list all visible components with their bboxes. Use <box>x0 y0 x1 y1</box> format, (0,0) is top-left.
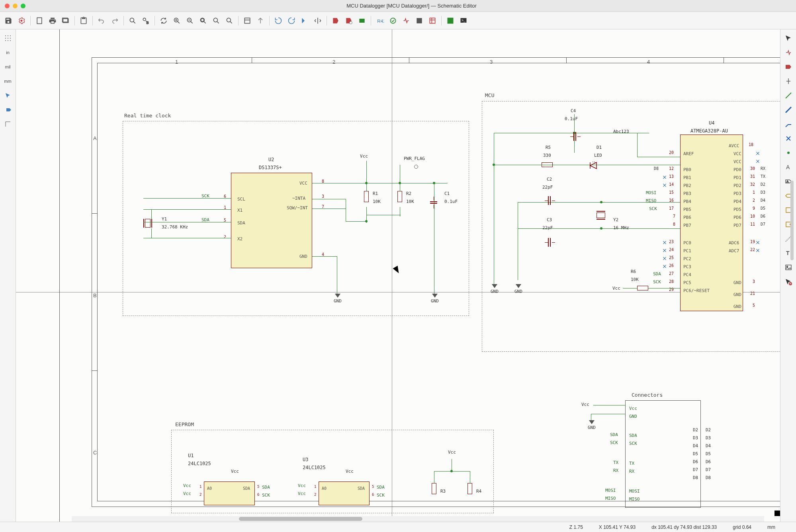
svg-rect-13 <box>244 18 250 23</box>
svg-point-29 <box>5 38 6 39</box>
scripting-icon[interactable]: >_ <box>458 15 469 27</box>
assign-footprints-icon[interactable] <box>413 15 425 27</box>
undo-icon[interactable] <box>96 15 108 27</box>
add-symbol-icon[interactable] <box>782 60 795 73</box>
resistor-r1[interactable] <box>364 191 369 202</box>
refresh-icon[interactable] <box>158 15 170 27</box>
unit-mm[interactable]: mm <box>2 75 14 88</box>
grid-toggle-icon[interactable] <box>2 32 14 45</box>
select-tool-icon[interactable] <box>782 32 795 45</box>
crystal-y1[interactable] <box>143 219 153 228</box>
cursor-shape-icon[interactable] <box>2 89 14 102</box>
right-toolbar: A A T <box>780 29 796 522</box>
left-toolbar: in mil mm <box>0 29 16 522</box>
chip-u3[interactable] <box>319 481 370 505</box>
bom-icon[interactable] <box>426 15 438 27</box>
eeprom-block-title: EEPROM <box>175 421 194 427</box>
resistor-r6[interactable] <box>637 286 648 290</box>
window-title: MCU Datalogger [MCU Datalogger/] — Schem… <box>32 3 791 9</box>
browse-symbols-icon[interactable] <box>343 15 355 27</box>
pcb-editor-icon[interactable] <box>444 15 456 27</box>
col-marker-1: 1 <box>175 59 178 65</box>
simulator-icon[interactable] <box>400 15 412 27</box>
corner-marker <box>774 511 780 516</box>
unit-inch[interactable]: in <box>2 46 14 59</box>
crystal-y2[interactable] <box>597 210 605 220</box>
zoom-in-icon[interactable] <box>171 15 183 27</box>
save-icon[interactable] <box>2 15 14 27</box>
plot-icon[interactable] <box>60 15 72 27</box>
add-wire-icon[interactable] <box>782 89 795 102</box>
add-bus-icon[interactable] <box>782 103 795 116</box>
svg-point-33 <box>8 40 8 41</box>
print-icon[interactable] <box>47 15 59 27</box>
status-unit: mm <box>767 524 775 530</box>
paste-icon[interactable] <box>78 15 90 27</box>
add-image-icon[interactable] <box>782 261 795 274</box>
footprint-editor-icon[interactable] <box>356 15 368 27</box>
add-label-icon[interactable]: A <box>782 161 795 173</box>
redo-icon[interactable] <box>109 15 121 27</box>
gnd-symbol-2: GND <box>431 294 439 304</box>
add-power-icon[interactable] <box>782 75 795 88</box>
add-junction-icon[interactable] <box>782 146 795 159</box>
schematic-canvas[interactable]: 1 2 3 4 A B C Real time clock U2 DS1337S… <box>16 29 780 522</box>
led-d1[interactable] <box>585 162 601 171</box>
settings-icon[interactable] <box>16 15 27 27</box>
mirror-v-icon[interactable] <box>299 15 311 27</box>
svg-rect-1 <box>37 18 42 23</box>
capacitor-c4[interactable] <box>570 132 581 141</box>
horizontal-scrollbar[interactable] <box>72 516 764 522</box>
find-replace-icon[interactable]: B <box>140 15 152 27</box>
svg-point-5 <box>143 18 146 21</box>
highlight-net-icon[interactable] <box>782 46 795 59</box>
rtc-block-title: Real time clock <box>124 113 171 119</box>
resistor-r3[interactable] <box>432 483 436 494</box>
mcu-block-title: MCU <box>485 92 494 98</box>
zoom-out-icon[interactable] <box>184 15 196 27</box>
zoom-fit-icon[interactable] <box>197 15 209 27</box>
zoom-object-icon[interactable] <box>210 15 222 27</box>
capacitor-c3[interactable] <box>545 238 555 247</box>
find-icon[interactable] <box>127 15 139 27</box>
resistor-r2[interactable] <box>397 191 402 202</box>
capacitor-c1[interactable] <box>430 197 437 209</box>
resistor-r4[interactable] <box>467 483 472 494</box>
add-noconnect-icon[interactable] <box>782 132 795 145</box>
svg-point-30 <box>8 38 8 39</box>
svg-point-18 <box>390 18 395 23</box>
close-window[interactable] <box>5 4 10 8</box>
pwr-flag: PWR_FLAG <box>404 156 425 161</box>
scrollbar-thumb[interactable] <box>239 517 362 521</box>
svg-point-27 <box>8 35 8 36</box>
status-coords: X 105.41 Y 74.93 <box>599 524 636 530</box>
unit-mil[interactable]: mil <box>2 60 14 73</box>
leave-sheet-icon[interactable] <box>254 15 266 27</box>
svg-point-26 <box>5 35 6 36</box>
titlebar: MCU Datalogger [MCU Datalogger/] — Schem… <box>0 0 796 12</box>
svg-text:>_: >_ <box>462 18 465 22</box>
capacitor-c2[interactable] <box>545 196 555 205</box>
chip-u1[interactable] <box>204 481 255 505</box>
free-angle-icon[interactable] <box>2 118 14 131</box>
annotate-icon[interactable]: R42 <box>374 15 386 27</box>
svg-point-34 <box>10 40 11 41</box>
rotate-ccw-icon[interactable] <box>272 15 284 27</box>
row-marker-c: C <box>93 450 97 456</box>
hidden-pins-icon[interactable] <box>2 103 14 116</box>
delete-icon[interactable] <box>782 275 795 288</box>
rotate-cw-icon[interactable] <box>286 15 297 27</box>
resistor-r5[interactable] <box>542 162 553 167</box>
maximize-window[interactable] <box>21 4 25 8</box>
minimize-window[interactable] <box>13 4 18 8</box>
add-bus-entry-icon[interactable] <box>782 118 795 131</box>
svg-point-15 <box>350 21 352 24</box>
symbol-editor-icon[interactable] <box>330 15 342 27</box>
mirror-h-icon[interactable] <box>312 15 324 27</box>
erc-icon[interactable] <box>387 15 399 27</box>
main-area: in mil mm 1 2 3 4 A B C <box>0 29 796 522</box>
page-settings-icon[interactable] <box>33 15 45 27</box>
vertical-scroll-indicator[interactable] <box>790 181 794 260</box>
zoom-selection-icon[interactable] <box>223 15 235 27</box>
hierarchy-icon[interactable] <box>241 15 253 27</box>
